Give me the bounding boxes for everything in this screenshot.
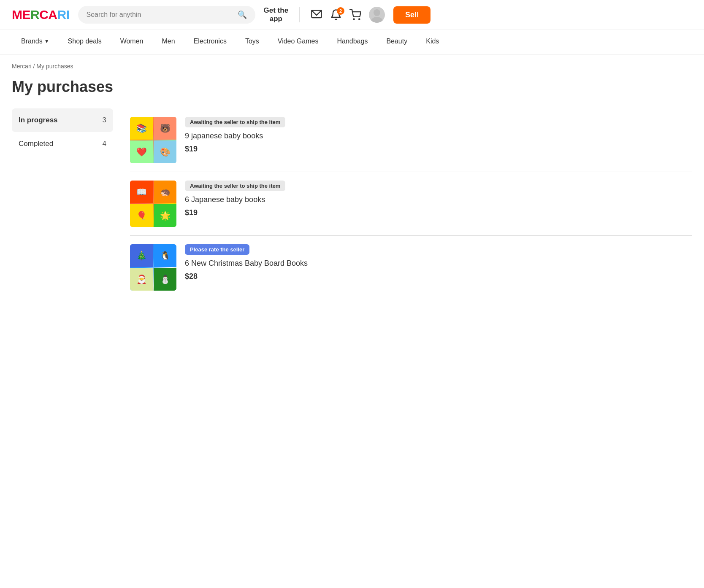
messages-button[interactable] bbox=[311, 9, 322, 21]
item-info: Please rate the seller 6 New Christmas B… bbox=[185, 244, 308, 281]
book-cover-cell: 🦔 bbox=[154, 181, 176, 203]
page-title: My purchases bbox=[0, 74, 704, 108]
nav-item-kids[interactable]: Kids bbox=[417, 30, 448, 54]
item-price: $28 bbox=[185, 272, 308, 281]
notification-badge: 2 bbox=[337, 7, 344, 15]
breadcrumb-home[interactable]: Mercari bbox=[12, 63, 32, 70]
book-cover-cell: ❤️ bbox=[130, 140, 153, 163]
header-divider bbox=[299, 7, 300, 22]
breadcrumb: Mercari / My purchases bbox=[0, 54, 704, 74]
item-title[interactable]: 9 japanese baby books bbox=[185, 131, 285, 141]
nav-item-shop-deals[interactable]: Shop deals bbox=[59, 30, 111, 54]
book-cover-cell: 📚 bbox=[130, 117, 153, 140]
item-info: Awaiting the seller to ship the item 6 J… bbox=[185, 181, 285, 217]
item-image[interactable]: 📚 🐻 ❤️ 🎨 bbox=[130, 117, 176, 163]
profile-button[interactable] bbox=[369, 7, 385, 23]
chevron-down-icon: ▼ bbox=[44, 38, 49, 44]
sell-button[interactable]: Sell bbox=[393, 6, 431, 24]
sidebar-item-count-completed: 4 bbox=[103, 140, 106, 148]
logo[interactable]: MERCARI bbox=[12, 8, 70, 21]
book-cover-cell: ⛄ bbox=[154, 268, 176, 291]
svg-point-4 bbox=[371, 17, 383, 23]
nav-item-women[interactable]: Women bbox=[111, 30, 153, 54]
sidebar-item-completed[interactable]: Completed 4 bbox=[12, 132, 113, 156]
notifications-button[interactable]: 2 bbox=[330, 9, 342, 21]
header: MERCARI 🔍 Get the app 2 bbox=[0, 0, 704, 30]
nav-item-toys[interactable]: Toys bbox=[236, 30, 268, 54]
item-info: Awaiting the seller to ship the item 9 j… bbox=[185, 117, 285, 154]
nav-item-brands[interactable]: Brands ▼ bbox=[12, 30, 59, 54]
item-image[interactable]: 🎄 🐧 🎅 ⛄ bbox=[130, 244, 176, 291]
sidebar-item-label-completed: Completed bbox=[19, 140, 53, 148]
nav: Brands ▼ Shop deals Women Men Electronic… bbox=[0, 30, 704, 54]
avatar bbox=[369, 7, 385, 23]
purchase-item: 📖 🦔 🎈 🌟 Awaiting the seller to ship the … bbox=[130, 172, 692, 236]
message-icon bbox=[311, 9, 322, 21]
search-bar[interactable]: 🔍 bbox=[78, 6, 255, 24]
book-cover-cell: 🐻 bbox=[154, 117, 176, 140]
purchases-list: 📚 🐻 ❤️ 🎨 Awaiting the seller to ship the… bbox=[130, 108, 692, 299]
book-cover-cell: 📖 bbox=[130, 181, 153, 203]
nav-item-handbags[interactable]: Handbags bbox=[328, 30, 377, 54]
search-input[interactable] bbox=[87, 11, 233, 19]
book-cover-cell: 🎈 bbox=[130, 204, 153, 227]
item-price: $19 bbox=[185, 208, 285, 217]
book-cover-cell: 🎄 bbox=[130, 244, 153, 267]
status-badge-rate[interactable]: Please rate the seller bbox=[185, 244, 249, 255]
search-icon: 🔍 bbox=[238, 10, 247, 19]
book-cover-cell: 🐧 bbox=[154, 244, 176, 267]
item-image[interactable]: 📖 🦔 🎈 🌟 bbox=[130, 181, 176, 227]
get-app[interactable]: Get the app bbox=[264, 6, 289, 23]
sidebar-item-label-in-progress: In progress bbox=[19, 116, 58, 124]
sidebar-item-count-in-progress: 3 bbox=[103, 116, 106, 124]
purchase-item: 📚 🐻 ❤️ 🎨 Awaiting the seller to ship the… bbox=[130, 108, 692, 172]
svg-point-3 bbox=[374, 9, 380, 16]
item-title[interactable]: 6 New Christmas Baby Board Books bbox=[185, 258, 308, 269]
nav-item-beauty[interactable]: Beauty bbox=[377, 30, 417, 54]
cart-icon bbox=[349, 9, 361, 21]
svg-point-1 bbox=[353, 19, 354, 19]
avatar-icon bbox=[369, 7, 385, 23]
sidebar: In progress 3 Completed 4 bbox=[12, 108, 113, 299]
nav-item-electronics[interactable]: Electronics bbox=[184, 30, 236, 54]
nav-item-video-games[interactable]: Video Games bbox=[268, 30, 328, 54]
header-icons: 2 bbox=[311, 7, 385, 23]
nav-item-men[interactable]: Men bbox=[153, 30, 184, 54]
item-title[interactable]: 6 Japanese baby books bbox=[185, 194, 285, 205]
status-badge: Awaiting the seller to ship the item bbox=[185, 181, 285, 191]
svg-point-2 bbox=[359, 19, 360, 19]
book-cover-cell: 🎅 bbox=[130, 268, 153, 291]
book-cover-cell: 🎨 bbox=[154, 140, 176, 163]
item-price: $19 bbox=[185, 145, 285, 154]
status-badge: Awaiting the seller to ship the item bbox=[185, 117, 285, 127]
cart-button[interactable] bbox=[349, 9, 361, 21]
sidebar-item-in-progress[interactable]: In progress 3 bbox=[12, 108, 113, 132]
purchase-item: 🎄 🐧 🎅 ⛄ Please rate the seller 6 New Chr… bbox=[130, 236, 692, 299]
breadcrumb-current: My purchases bbox=[36, 63, 73, 70]
main-content: In progress 3 Completed 4 📚 🐻 ❤️ 🎨 Await… bbox=[0, 108, 704, 299]
book-cover-cell: 🌟 bbox=[154, 204, 176, 227]
